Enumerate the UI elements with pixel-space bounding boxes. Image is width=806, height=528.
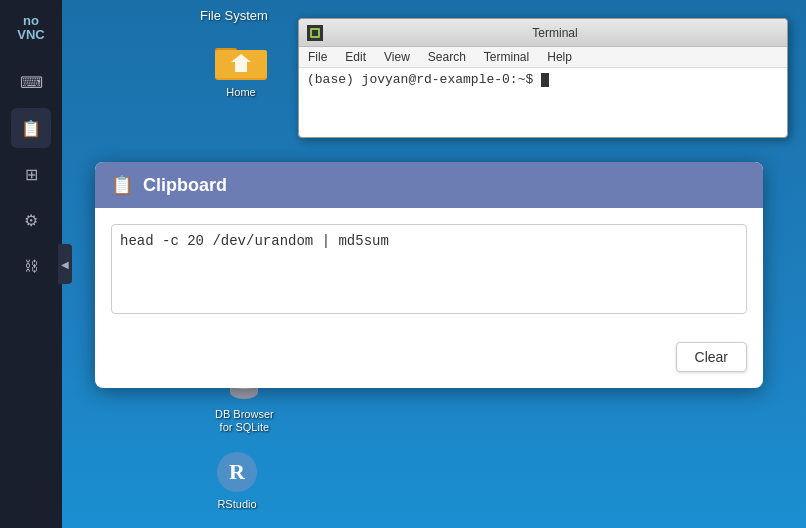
terminal-titlebar: Terminal <box>299 19 787 47</box>
menu-file[interactable]: File <box>305 49 330 65</box>
clipboard-header-icon: 📋 <box>111 174 133 196</box>
vnc-text: VNC <box>17 28 44 42</box>
clipboard-title: Clipboard <box>143 175 227 196</box>
desktop-icon-rstudio[interactable]: R RStudio <box>215 450 259 511</box>
sidebar-btn-connect[interactable]: ⛓ <box>11 246 51 286</box>
sidebar-btn-zoom[interactable]: ⊞ <box>11 154 51 194</box>
clipboard-header: 📋 Clipboard <box>95 162 763 208</box>
home-icon-label: Home <box>226 86 255 99</box>
menu-edit[interactable]: Edit <box>342 49 369 65</box>
desktop-icon-home[interactable]: Home <box>215 40 267 99</box>
sidebar-btn-keyboard[interactable]: ⌨ <box>11 62 51 102</box>
terminal-menubar: File Edit View Search Terminal Help <box>299 47 787 68</box>
clear-button[interactable]: Clear <box>676 342 747 372</box>
home-folder-icon <box>215 40 267 82</box>
clipboard-dialog: 📋 Clipboard head -c 20 /dev/urandom | md… <box>95 162 763 388</box>
svg-text:R: R <box>229 459 246 484</box>
terminal-body[interactable]: (base) jovyan@rd-example-0:~$ <box>299 68 787 91</box>
terminal-icon-inner <box>310 28 320 38</box>
clipboard-body: head -c 20 /dev/urandom | md5sum <box>95 208 763 334</box>
terminal-prompt: (base) jovyan@rd-example-0:~$ <box>307 72 533 87</box>
filesystem-label: File System <box>200 8 268 23</box>
sidebar-btn-settings[interactable]: ⚙ <box>11 200 51 240</box>
menu-view[interactable]: View <box>381 49 413 65</box>
terminal-title: Terminal <box>331 26 779 40</box>
clipboard-textarea[interactable]: head -c 20 /dev/urandom | md5sum <box>111 224 747 314</box>
sqlite-icon-label: DB Browser for SQLite <box>215 408 274 434</box>
clipboard-footer: Clear <box>95 334 763 388</box>
terminal-title-icon <box>307 25 323 41</box>
terminal-window: Terminal File Edit View Search Terminal … <box>298 18 788 138</box>
sidebar-collapse-btn[interactable]: ◀ <box>58 244 72 284</box>
novnc-logo: no VNC <box>11 10 51 46</box>
menu-terminal[interactable]: Terminal <box>481 49 532 65</box>
rstudio-icon-label: RStudio <box>217 498 256 511</box>
menu-search[interactable]: Search <box>425 49 469 65</box>
rstudio-icon-img: R <box>215 450 259 494</box>
sidebar-btn-clipboard[interactable]: 📋 <box>11 108 51 148</box>
sidebar: no VNC ⌨ 📋 ⊞ ⚙ ⛓ ◀ <box>0 0 62 528</box>
terminal-cursor <box>541 73 549 87</box>
menu-help[interactable]: Help <box>544 49 575 65</box>
